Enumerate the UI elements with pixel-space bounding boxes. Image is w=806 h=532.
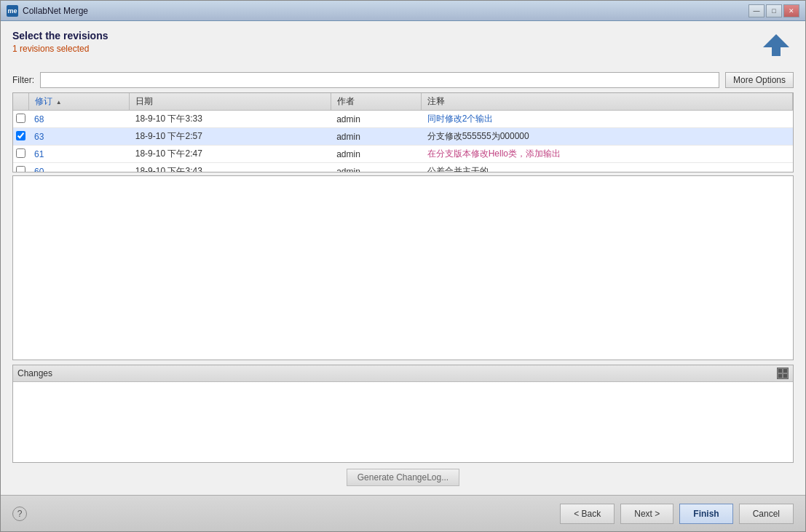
row-author: admin	[331, 111, 422, 128]
changes-section: Changes	[12, 365, 794, 463]
svg-rect-3	[778, 374, 782, 378]
more-options-button[interactable]: More Options	[725, 72, 794, 88]
row-revision: 63	[28, 128, 130, 146]
changes-header: Changes	[13, 365, 793, 382]
table-header-row: 修订 ▲ 日期 作者 注释	[13, 93, 793, 111]
row-author: admin	[331, 128, 422, 146]
merge-icon-svg	[762, 33, 791, 62]
svg-marker-0	[763, 34, 789, 56]
row-checkbox-cell	[13, 146, 28, 163]
row-date: 18-9-10 下午2:47	[130, 146, 331, 163]
col-header-date[interactable]: 日期	[130, 93, 331, 111]
svg-rect-4	[783, 374, 787, 378]
minimize-button[interactable]: —	[748, 4, 764, 17]
row-comment: 分支修改555555为000000	[422, 128, 793, 146]
cancel-button[interactable]: Cancel	[739, 504, 794, 524]
row-checkbox[interactable]	[16, 148, 25, 158]
col-header-author[interactable]: 作者	[331, 93, 422, 111]
window-controls: — □ ✕	[748, 4, 799, 17]
titlebar: me CollabNet Merge — □ ✕	[1, 1, 805, 21]
footer: ? < Back Next > Finish Cancel	[1, 495, 805, 531]
header-text: Select the revisions 1 revisions selecte…	[12, 30, 759, 54]
row-checkbox[interactable]	[16, 131, 25, 140]
row-checkbox-cell	[13, 111, 28, 128]
page-title: Select the revisions	[12, 30, 759, 41]
row-checkbox[interactable]	[16, 114, 25, 123]
row-date: 18-9-10 下午3:43	[130, 163, 331, 173]
header-row: Select the revisions 1 revisions selecte…	[12, 30, 794, 65]
sort-arrow-icon: ▲	[56, 99, 62, 106]
changes-body	[13, 382, 793, 462]
maximize-button[interactable]: □	[766, 4, 782, 17]
footer-buttons: < Back Next > Finish Cancel	[560, 504, 794, 524]
row-date: 18-9-10 下午3:33	[130, 111, 331, 128]
row-date: 18-9-10 下午2:57	[130, 128, 331, 146]
svg-rect-1	[778, 369, 782, 373]
finish-button[interactable]: Finish	[679, 504, 732, 524]
main-content: Select the revisions 1 revisions selecte…	[1, 21, 805, 495]
table-row[interactable]: 6318-9-10 下午2:57admin分支修改555555为000000	[13, 128, 793, 146]
back-button[interactable]: < Back	[560, 504, 615, 524]
col-header-comment[interactable]: 注释	[422, 93, 793, 111]
row-author: admin	[331, 163, 422, 173]
svg-rect-2	[783, 369, 787, 373]
table-row[interactable]: 6018-9-10 下午3:43admin公差合并主干的...	[13, 163, 793, 173]
row-comment: 同时修改2个输出	[422, 111, 793, 128]
grid-icon[interactable]	[777, 368, 789, 379]
table-row[interactable]: 6118-9-10 下午2:47admin在分支版本修改Hello类，添加输出	[13, 146, 793, 163]
filter-row: Filter: More Options	[12, 72, 794, 88]
row-revision: 60	[28, 163, 130, 173]
close-button[interactable]: ✕	[783, 4, 799, 17]
logo-icon	[759, 30, 794, 65]
col-header-revision[interactable]: 修订 ▲	[28, 93, 130, 111]
main-window: me CollabNet Merge — □ ✕ Select the revi…	[0, 0, 806, 532]
row-revision: 61	[28, 146, 130, 163]
row-checkbox-cell	[13, 163, 28, 173]
row-comment: 公差合并主干的...	[422, 163, 793, 173]
generate-changelog-button[interactable]: Generate ChangeLog...	[347, 469, 459, 486]
app-icon: me	[7, 5, 18, 17]
col-header-check	[13, 93, 28, 111]
diff-area[interactable]	[12, 175, 794, 360]
window-title: CollabNet Merge	[23, 6, 88, 16]
table-body: 6818-9-10 下午3:33admin同时修改2个输出6318-9-10 下…	[13, 111, 793, 173]
revisions-table: 修订 ▲ 日期 作者 注释 6818-9-10 下午3:33admin同时修改2…	[13, 93, 793, 172]
revisions-table-container[interactable]: 修订 ▲ 日期 作者 注释 6818-9-10 下午3:33admin同时修改2…	[12, 92, 794, 172]
filter-label: Filter:	[12, 75, 34, 85]
row-author: admin	[331, 146, 422, 163]
help-icon[interactable]: ?	[12, 507, 27, 521]
row-checkbox-cell	[13, 128, 28, 146]
row-comment: 在分支版本修改Hello类，添加输出	[422, 146, 793, 163]
row-revision: 68	[28, 111, 130, 128]
revisions-selected-label: 1 revisions selected	[12, 44, 759, 54]
row-checkbox[interactable]	[16, 166, 25, 173]
changes-title: Changes	[17, 368, 52, 378]
next-button[interactable]: Next >	[620, 504, 673, 524]
filter-input[interactable]	[40, 72, 719, 88]
table-row[interactable]: 6818-9-10 下午3:33admin同时修改2个输出	[13, 111, 793, 128]
